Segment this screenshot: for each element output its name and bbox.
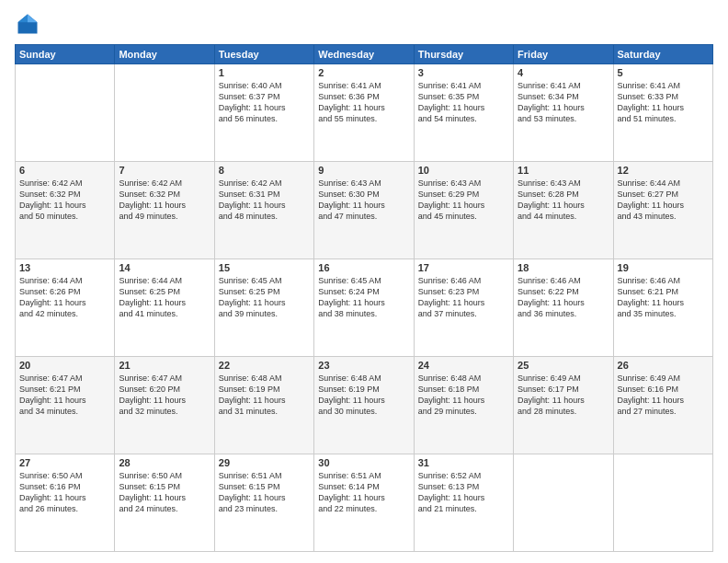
day-info: Sunrise: 6:46 AM Sunset: 6:21 PM Dayligh… [618,275,709,320]
day-number: 9 [318,165,409,176]
day-info: Sunrise: 6:41 AM Sunset: 6:35 PM Dayligh… [418,80,509,125]
day-info: Sunrise: 6:51 AM Sunset: 6:14 PM Dayligh… [318,470,409,515]
day-number: 13 [19,262,110,273]
day-number: 19 [618,262,709,273]
day-number: 22 [219,360,310,371]
calendar-cell: 24Sunrise: 6:48 AM Sunset: 6:18 PM Dayli… [414,357,513,454]
calendar-cell: 25Sunrise: 6:49 AM Sunset: 6:17 PM Dayli… [514,357,613,454]
day-info: Sunrise: 6:44 AM Sunset: 6:26 PM Dayligh… [19,275,110,320]
calendar-header-row: SundayMondayTuesdayWednesdayThursdayFrid… [16,45,713,64]
day-number: 10 [418,165,509,176]
calendar-cell [16,64,115,162]
calendar-cell: 9Sunrise: 6:43 AM Sunset: 6:30 PM Daylig… [314,162,414,259]
day-info: Sunrise: 6:44 AM Sunset: 6:27 PM Dayligh… [618,178,709,223]
calendar-cell: 15Sunrise: 6:45 AM Sunset: 6:25 PM Dayli… [214,259,313,357]
day-info: Sunrise: 6:47 AM Sunset: 6:20 PM Dayligh… [119,373,210,418]
day-info: Sunrise: 6:45 AM Sunset: 6:24 PM Dayligh… [318,275,409,320]
day-number: 15 [219,262,310,273]
calendar-table: SundayMondayTuesdayWednesdayThursdayFrid… [15,44,713,552]
calendar-day-header: Thursday [414,45,513,64]
day-info: Sunrise: 6:43 AM Sunset: 6:28 PM Dayligh… [518,178,609,223]
calendar-day-header: Tuesday [214,45,313,64]
calendar-cell: 29Sunrise: 6:51 AM Sunset: 6:15 PM Dayli… [214,454,313,552]
day-info: Sunrise: 6:49 AM Sunset: 6:17 PM Dayligh… [518,373,609,418]
calendar-day-header: Monday [115,45,214,64]
day-number: 18 [518,262,609,273]
calendar-week-row: 1Sunrise: 6:40 AM Sunset: 6:37 PM Daylig… [16,64,713,162]
calendar-cell: 6Sunrise: 6:42 AM Sunset: 6:32 PM Daylig… [16,162,115,259]
day-number: 28 [119,457,210,468]
calendar-day-header: Sunday [16,45,115,64]
calendar-cell: 31Sunrise: 6:52 AM Sunset: 6:13 PM Dayli… [414,454,513,552]
day-number: 4 [518,67,609,78]
calendar-cell: 4Sunrise: 6:41 AM Sunset: 6:34 PM Daylig… [514,64,613,162]
day-info: Sunrise: 6:45 AM Sunset: 6:25 PM Dayligh… [219,275,310,320]
calendar-cell: 28Sunrise: 6:50 AM Sunset: 6:15 PM Dayli… [115,454,214,552]
calendar-cell: 16Sunrise: 6:45 AM Sunset: 6:24 PM Dayli… [314,259,414,357]
calendar-cell: 11Sunrise: 6:43 AM Sunset: 6:28 PM Dayli… [514,162,613,259]
day-number: 20 [19,360,110,371]
calendar-day-header: Wednesday [314,45,414,64]
calendar-cell: 20Sunrise: 6:47 AM Sunset: 6:21 PM Dayli… [16,357,115,454]
svg-marker-1 [28,15,38,23]
calendar-week-row: 27Sunrise: 6:50 AM Sunset: 6:16 PM Dayli… [16,454,713,552]
day-info: Sunrise: 6:48 AM Sunset: 6:18 PM Dayligh… [418,373,509,418]
day-info: Sunrise: 6:41 AM Sunset: 6:33 PM Dayligh… [618,80,709,125]
svg-marker-2 [18,15,28,23]
day-info: Sunrise: 6:42 AM Sunset: 6:32 PM Dayligh… [19,178,110,223]
day-number: 8 [219,165,310,176]
day-info: Sunrise: 6:50 AM Sunset: 6:16 PM Dayligh… [19,470,110,515]
day-number: 31 [418,457,509,468]
calendar-cell: 17Sunrise: 6:46 AM Sunset: 6:23 PM Dayli… [414,259,513,357]
day-number: 29 [219,457,310,468]
header [15,11,713,37]
calendar-cell: 21Sunrise: 6:47 AM Sunset: 6:20 PM Dayli… [115,357,214,454]
calendar-cell: 26Sunrise: 6:49 AM Sunset: 6:16 PM Dayli… [613,357,712,454]
calendar-cell: 8Sunrise: 6:42 AM Sunset: 6:31 PM Daylig… [214,162,313,259]
calendar-cell: 7Sunrise: 6:42 AM Sunset: 6:32 PM Daylig… [115,162,214,259]
calendar-cell: 22Sunrise: 6:48 AM Sunset: 6:19 PM Dayli… [214,357,313,454]
day-number: 16 [318,262,409,273]
logo [15,11,44,37]
day-info: Sunrise: 6:47 AM Sunset: 6:21 PM Dayligh… [19,373,110,418]
day-number: 26 [618,360,709,371]
day-info: Sunrise: 6:52 AM Sunset: 6:13 PM Dayligh… [418,470,509,515]
day-number: 14 [119,262,210,273]
calendar-week-row: 6Sunrise: 6:42 AM Sunset: 6:32 PM Daylig… [16,162,713,259]
calendar-cell: 12Sunrise: 6:44 AM Sunset: 6:27 PM Dayli… [613,162,712,259]
day-number: 3 [418,67,509,78]
calendar-cell: 3Sunrise: 6:41 AM Sunset: 6:35 PM Daylig… [414,64,513,162]
day-info: Sunrise: 6:46 AM Sunset: 6:22 PM Dayligh… [518,275,609,320]
calendar-day-header: Friday [514,45,613,64]
calendar-cell: 30Sunrise: 6:51 AM Sunset: 6:14 PM Dayli… [314,454,414,552]
calendar-cell: 27Sunrise: 6:50 AM Sunset: 6:16 PM Dayli… [16,454,115,552]
calendar-cell: 14Sunrise: 6:44 AM Sunset: 6:25 PM Dayli… [115,259,214,357]
day-number: 12 [618,165,709,176]
day-number: 2 [318,67,409,78]
page: SundayMondayTuesdayWednesdayThursdayFrid… [0,0,728,563]
day-info: Sunrise: 6:41 AM Sunset: 6:34 PM Dayligh… [518,80,609,125]
day-number: 24 [418,360,509,371]
day-info: Sunrise: 6:40 AM Sunset: 6:37 PM Dayligh… [219,80,310,125]
day-info: Sunrise: 6:43 AM Sunset: 6:30 PM Dayligh… [318,178,409,223]
calendar-cell: 5Sunrise: 6:41 AM Sunset: 6:33 PM Daylig… [613,64,712,162]
day-number: 7 [119,165,210,176]
day-info: Sunrise: 6:42 AM Sunset: 6:32 PM Dayligh… [119,178,210,223]
day-info: Sunrise: 6:41 AM Sunset: 6:36 PM Dayligh… [318,80,409,125]
calendar-cell [514,454,613,552]
day-info: Sunrise: 6:48 AM Sunset: 6:19 PM Dayligh… [219,373,310,418]
day-number: 11 [518,165,609,176]
day-info: Sunrise: 6:43 AM Sunset: 6:29 PM Dayligh… [418,178,509,223]
day-number: 30 [318,457,409,468]
day-number: 23 [318,360,409,371]
day-info: Sunrise: 6:51 AM Sunset: 6:15 PM Dayligh… [219,470,310,515]
day-info: Sunrise: 6:50 AM Sunset: 6:15 PM Dayligh… [119,470,210,515]
day-number: 21 [119,360,210,371]
day-number: 25 [518,360,609,371]
calendar-cell: 1Sunrise: 6:40 AM Sunset: 6:37 PM Daylig… [214,64,313,162]
calendar-cell [115,64,214,162]
calendar-cell: 18Sunrise: 6:46 AM Sunset: 6:22 PM Dayli… [514,259,613,357]
day-info: Sunrise: 6:46 AM Sunset: 6:23 PM Dayligh… [418,275,509,320]
day-number: 17 [418,262,509,273]
calendar-cell: 10Sunrise: 6:43 AM Sunset: 6:29 PM Dayli… [414,162,513,259]
